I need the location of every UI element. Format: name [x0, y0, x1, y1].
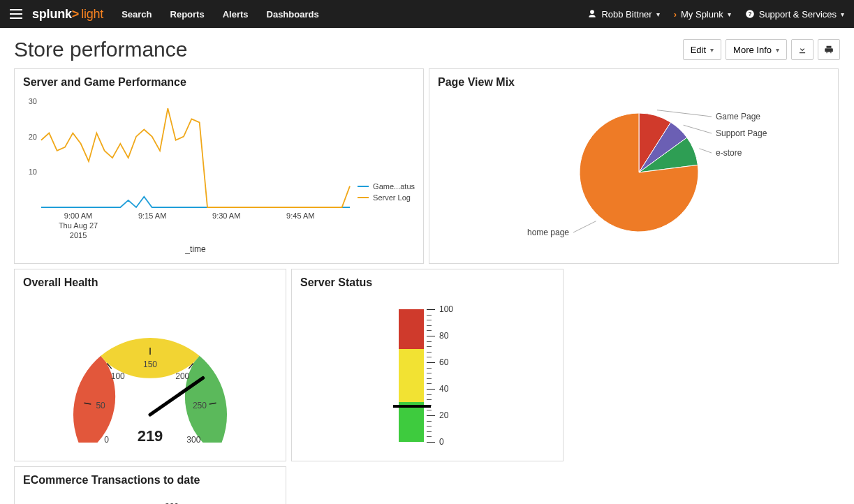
svg-text:Game Page: Game Page — [716, 112, 760, 121]
topbar-right: Robb Bittner ▾ › My Splunk ▾ ? Support &… — [587, 9, 844, 20]
nav-search[interactable]: Search — [122, 9, 152, 20]
panel-overall-health: Overall Health 050100150200250300 219 — [14, 269, 286, 461]
page: Store performance Edit▾ More Info▾ Serve… — [0, 28, 854, 504]
svg-text:100: 100 — [111, 371, 125, 381]
main-nav: Search Reports Alerts Dashboards — [122, 9, 319, 20]
download-icon — [797, 45, 807, 54]
panel-body: 020406080100 — [292, 292, 563, 449]
legend-item: Game...atus — [358, 182, 415, 191]
panel-title: Page View Mix — [429, 69, 838, 91]
nav-dashboards[interactable]: Dashboards — [267, 9, 319, 20]
svg-text:200: 200 — [175, 371, 189, 381]
gauge-value: 219 — [15, 427, 286, 445]
chevron-down-icon: ▾ — [841, 10, 844, 18]
chevron-down-icon: ▾ — [656, 10, 660, 18]
my-splunk-menu[interactable]: › My Splunk ▾ — [674, 9, 731, 20]
svg-line-12 — [657, 110, 712, 117]
pie-chart: Game PageSupport Pagee-storehome page — [436, 96, 831, 242]
svg-text:9:15 AM: 9:15 AM — [138, 212, 166, 220]
panel-title: Server and Game Performance — [15, 69, 423, 91]
svg-text:20: 20 — [29, 133, 37, 141]
svg-text:50: 50 — [96, 401, 105, 410]
topbar: splunk>light Search Reports Alerts Dashb… — [0, 0, 854, 28]
print-icon — [824, 45, 834, 54]
chevron-down-icon: ▾ — [776, 46, 779, 54]
my-splunk-label: My Splunk — [681, 9, 723, 20]
svg-line-16 — [699, 149, 712, 153]
legend-item: Server Log — [358, 193, 415, 202]
nav-reports[interactable]: Reports — [170, 9, 205, 20]
brand-light: light — [81, 7, 103, 21]
panel-title: Overall Health — [15, 269, 286, 292]
svg-text:Support Page: Support Page — [716, 128, 767, 138]
svg-text:_time: _time — [184, 244, 206, 254]
panel-body: 1020309:00 AM9:15 AM9:30 AM9:45 AMThu Au… — [15, 91, 423, 259]
title-actions: Edit▾ More Info▾ — [683, 39, 840, 60]
more-info-button[interactable]: More Info▾ — [726, 39, 787, 60]
panel-body: Game PageSupport Pagee-storehome page — [429, 91, 838, 245]
svg-text:?: ? — [748, 11, 751, 17]
help-icon: ? — [745, 9, 755, 19]
svg-text:9:00 AM: 9:00 AM — [64, 212, 92, 220]
svg-text:30: 30 — [29, 97, 37, 105]
brand-caret: > — [72, 7, 79, 21]
edit-button[interactable]: Edit▾ — [683, 39, 721, 60]
brand-main: splunk — [32, 7, 72, 21]
panel-body: 050100150200250300220 — [15, 489, 286, 504]
panel-title: ECommerce Transactions to date — [15, 467, 286, 489]
svg-text:Thu Aug 27: Thu Aug 27 — [59, 221, 98, 230]
chevron-down-icon: ▾ — [710, 46, 714, 54]
nav-alerts[interactable]: Alerts — [223, 9, 249, 20]
user-menu[interactable]: Robb Bittner ▾ — [587, 9, 659, 20]
svg-text:2015: 2015 — [70, 231, 87, 239]
line-legend: Game...atus Server Log — [358, 182, 415, 205]
user-icon — [587, 9, 597, 19]
fill-gauge: 020406080100 — [375, 309, 480, 442]
legend-swatch — [358, 186, 369, 187]
support-menu[interactable]: ? Support & Services ▾ — [745, 9, 844, 20]
panel-server-status: Server Status 020406080100 — [291, 269, 564, 461]
chevron-down-icon: ▾ — [728, 10, 731, 18]
panel-body: 050100150200250300 219 — [15, 292, 286, 452]
panel-ecommerce-transactions: ECommerce Transactions to date 050100150… — [14, 466, 286, 504]
svg-text:home page: home page — [527, 228, 569, 237]
panel-server-game-performance: Server and Game Performance 1020309:00 A… — [14, 68, 424, 264]
print-button[interactable] — [818, 39, 840, 60]
svg-text:9:30 AM: 9:30 AM — [212, 212, 240, 220]
line-chart: 1020309:00 AM9:15 AM9:30 AM9:45 AMThu Au… — [22, 96, 357, 256]
svg-line-18 — [573, 221, 596, 232]
caret-right-icon: › — [674, 9, 677, 20]
gauge-chart: 050100150200250300 — [38, 296, 262, 443]
svg-text:10: 10 — [29, 168, 37, 176]
svg-text:150: 150 — [143, 360, 157, 369]
svg-text:e-store: e-store — [716, 148, 742, 158]
title-row: Store performance Edit▾ More Info▾ — [14, 38, 840, 61]
menu-icon[interactable] — [10, 9, 22, 19]
svg-text:9:45 AM: 9:45 AM — [286, 212, 314, 220]
dashboard-grid: Server and Game Performance 1020309:00 A… — [14, 68, 840, 504]
legend-swatch — [358, 197, 369, 198]
support-label: Support & Services — [759, 9, 837, 20]
svg-line-14 — [684, 125, 712, 133]
panel-page-view-mix: Page View Mix Game PageSupport Pagee-sto… — [429, 68, 839, 264]
page-title: Store performance — [14, 38, 187, 61]
user-name: Robb Bittner — [601, 9, 651, 20]
brand[interactable]: splunk>light — [32, 7, 103, 22]
svg-text:250: 250 — [193, 401, 207, 410]
panel-title: Server Status — [292, 269, 563, 292]
download-button[interactable] — [791, 39, 813, 60]
